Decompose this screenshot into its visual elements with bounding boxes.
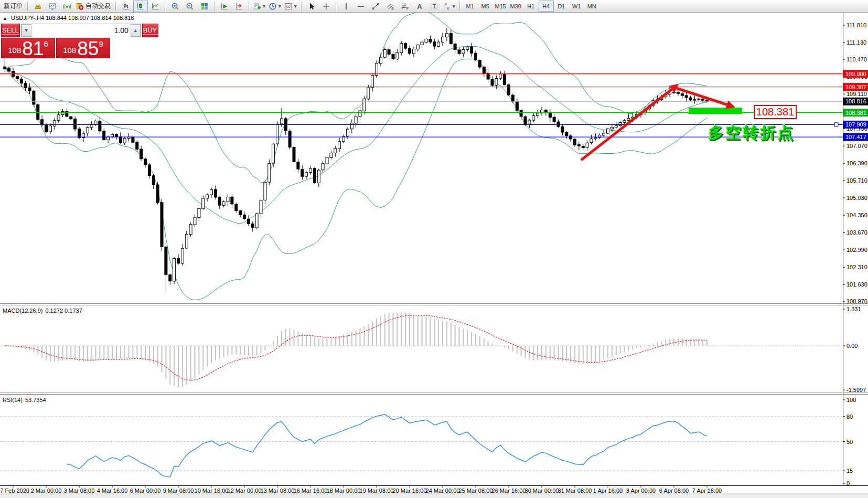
svg-text:6 Mar 00:00: 6 Mar 00:00: [130, 488, 161, 494]
timeframe-d1-button[interactable]: D1: [554, 1, 569, 12]
buy-price-sup: 9: [99, 40, 103, 48]
buy-button[interactable]: BUY: [142, 24, 158, 37]
indicators-button[interactable]: ▼: [252, 1, 267, 12]
toolbar: 新订单自动交易▼▼▼EFAT▼M1M5M15M30H1H4D1W1MN: [0, 0, 868, 13]
timeframe-m15-button[interactable]: M15: [493, 1, 508, 12]
trendline: [371, 2, 380, 10]
svg-text:2 Mar 00:00: 2 Mar 00:00: [31, 488, 62, 494]
volume-input[interactable]: [31, 24, 131, 37]
toolbar-separator: [115, 2, 116, 11]
fibonacci-button[interactable]: F: [398, 1, 412, 12]
volume-increase-button[interactable]: ▲: [131, 24, 141, 37]
svg-text:10 Mar 16:00: 10 Mar 16:00: [195, 488, 229, 494]
candlestick-button[interactable]: [133, 1, 148, 12]
svg-text:T: T: [433, 3, 436, 9]
vertical-line-button[interactable]: [339, 1, 353, 12]
horizontal-line-button[interactable]: [353, 1, 368, 12]
sell-price-big: 81: [22, 40, 44, 57]
periods-button[interactable]: ▼: [267, 1, 283, 12]
svg-text:1.331: 1.331: [846, 306, 861, 312]
timeframe-h4-button[interactable]: H4: [539, 1, 554, 12]
volume-decrease-button[interactable]: ▼: [22, 24, 31, 37]
buy-price-box[interactable]: 108 85 9: [56, 38, 110, 58]
autotrading: [76, 2, 84, 10]
crosshair: [322, 2, 330, 10]
timeframe-h1-button[interactable]: H1: [523, 1, 539, 12]
svg-text:111.810: 111.810: [846, 22, 866, 28]
hline: [357, 2, 365, 10]
one-click-collapse-toggle[interactable]: ▲: [3, 16, 7, 21]
sell-price-box[interactable]: 108 81 6: [1, 38, 55, 58]
toolbar-separator: [459, 2, 460, 11]
svg-text:108.816: 108.816: [845, 98, 866, 104]
svg-text:20 Mar 16:00: 20 Mar 16:00: [393, 488, 427, 494]
trendline-button[interactable]: [368, 1, 383, 12]
text-button[interactable]: A: [412, 1, 427, 12]
timeframe-mn-button[interactable]: MN: [584, 1, 599, 12]
candles: [136, 2, 145, 10]
svg-text:105.710: 105.710: [846, 177, 867, 184]
timeframe-m1-button[interactable]: M1: [463, 1, 478, 12]
buy-price-prefix: 108: [63, 44, 76, 57]
crosshair-button[interactable]: [319, 1, 334, 12]
templates-button[interactable]: ▼: [283, 1, 299, 12]
channel-button[interactable]: E: [383, 1, 398, 12]
support-price-label[interactable]: 108.381: [754, 105, 797, 119]
volume-stepper: ▼ ▲: [21, 24, 141, 37]
timeframe-m30-button[interactable]: M30: [508, 1, 523, 12]
bars: [122, 2, 130, 10]
terminal: [48, 2, 57, 10]
signal: [63, 2, 71, 10]
terminal-icon[interactable]: [45, 1, 60, 12]
svg-text:102.310: 102.310: [846, 264, 867, 270]
vline: [342, 2, 350, 10]
svg-text:109.110: 109.110: [846, 91, 867, 97]
svg-text:13 Mar 08:00: 13 Mar 08:00: [261, 488, 295, 494]
timeframe-w1-button[interactable]: W1: [569, 1, 584, 12]
buy-price-big: 85: [77, 40, 99, 57]
chart-canvas[interactable]: 111.810111.130110.470109.790109.110107.7…: [0, 0, 868, 498]
svg-text:100.970: 100.970: [846, 298, 867, 304]
zoom-in-button[interactable]: [168, 1, 183, 12]
chart-symbol-period: USDJPY-,H4: [11, 15, 44, 21]
turning-point-note[interactable]: 多空转折点: [708, 122, 795, 144]
new-order-button[interactable]: 新订单: [1, 1, 25, 12]
svg-text:0.00: 0.00: [846, 343, 858, 349]
label-button[interactable]: T: [427, 1, 442, 12]
svg-text:15: 15: [846, 468, 853, 474]
toolbar-separator: [27, 2, 28, 11]
svg-text:0: 0: [846, 480, 850, 486]
chart-shift-button[interactable]: [232, 1, 247, 12]
svg-text:111.130: 111.130: [846, 39, 866, 46]
bar-chart-button[interactable]: [119, 1, 133, 12]
gold-bars-icon[interactable]: [30, 1, 45, 12]
svg-text:100: 100: [846, 397, 856, 403]
signals-icon[interactable]: [60, 1, 74, 12]
dropdown-arrow-icon[interactable]: ▼: [262, 4, 266, 9]
fibo: F: [401, 2, 409, 10]
gold: [34, 2, 42, 10]
hline-handle[interactable]: [834, 123, 838, 126]
svg-text:9 Mar 08:00: 9 Mar 08:00: [163, 488, 194, 494]
template: [284, 2, 293, 10]
svg-text:109.387: 109.387: [845, 84, 866, 90]
support-zone-rect[interactable]: [689, 108, 742, 114]
svg-text:30 Mar 00:00: 30 Mar 00:00: [525, 488, 559, 494]
dropdown-arrow-icon[interactable]: ▼: [293, 4, 298, 9]
channel: E: [386, 2, 394, 10]
auto-scroll-button[interactable]: [217, 1, 232, 12]
dropdown-arrow-icon[interactable]: ▼: [277, 4, 282, 9]
timeframe-m5-button[interactable]: M5: [478, 1, 493, 12]
autotrading-button[interactable]: 自动交易: [74, 1, 113, 12]
svg-text:102.990: 102.990: [846, 247, 867, 253]
sell-button[interactable]: SELL: [1, 24, 20, 37]
svg-text:107.070: 107.070: [846, 143, 867, 149]
cursor-button[interactable]: [304, 1, 319, 12]
svg-text:26 Mar 16:00: 26 Mar 16:00: [492, 488, 526, 494]
dropdown-arrow-icon[interactable]: ▼: [452, 4, 456, 9]
svg-text:24 Mar 00:00: 24 Mar 00:00: [426, 488, 460, 494]
tile-windows-button[interactable]: [197, 1, 212, 12]
arrows-button[interactable]: ▼: [442, 1, 457, 12]
zoom-out-button[interactable]: [183, 1, 197, 12]
line-chart-button[interactable]: [148, 1, 163, 12]
